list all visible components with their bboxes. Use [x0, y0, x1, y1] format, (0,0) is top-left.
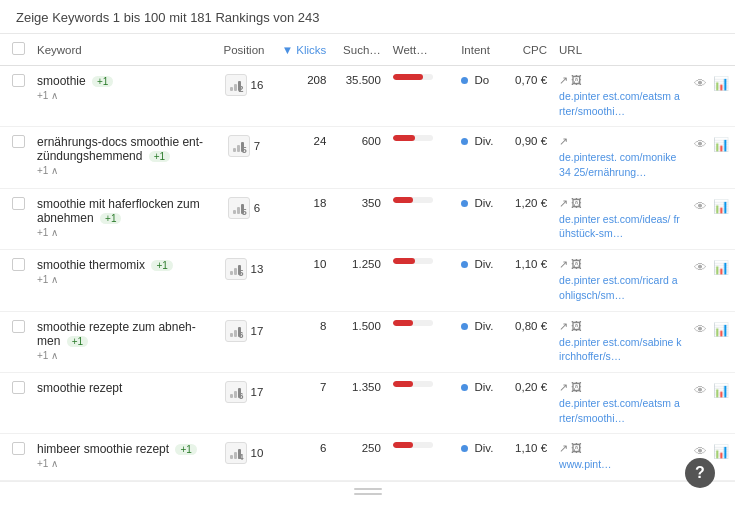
- url-icons-2: ↗🖼: [559, 197, 682, 210]
- cpc-value-6: 1,10 €: [515, 442, 547, 454]
- intent-cell-0: Do: [461, 74, 489, 86]
- action-icons-5: 👁 📊: [694, 381, 729, 398]
- chart-icon-2[interactable]: 📊: [713, 199, 729, 214]
- url-text-2[interactable]: de.pinter est.com/ideas/ frühstück-sm…: [559, 213, 680, 240]
- keyword-expand-1[interactable]: +1 ∧: [37, 165, 208, 176]
- footer-line: [354, 493, 382, 495]
- help-button[interactable]: ?: [685, 458, 715, 488]
- view-icon-2[interactable]: 👁: [694, 199, 707, 214]
- col-intent-header: Intent: [455, 34, 509, 66]
- row-checkbox-3[interactable]: [12, 258, 25, 271]
- intent-cell-5: Div.: [461, 381, 493, 393]
- such-value-2: 350: [362, 197, 381, 209]
- position-icon-0: 2: [225, 74, 247, 96]
- col-keyword-header: Keyword: [31, 34, 214, 66]
- action-icons-3: 👁 📊: [694, 258, 729, 275]
- chart-icon-0[interactable]: 📊: [713, 76, 729, 91]
- position-icon-3: 5: [225, 258, 247, 280]
- cpc-value-1: 0,90 €: [515, 135, 547, 147]
- chart-icon-1[interactable]: 📊: [713, 137, 729, 152]
- url-text-4[interactable]: de.pinter est.com/sabine kirchhoffer/s…: [559, 336, 682, 363]
- image-icon: 🖼: [571, 320, 582, 333]
- col-actions-header: [688, 34, 735, 66]
- position-value-5: 17: [251, 386, 264, 398]
- cpc-value-4: 0,80 €: [515, 320, 547, 332]
- table-row: himbeer smoothie rezept +1+1 ∧ 4 106250 …: [0, 434, 735, 481]
- keyword-expand-0[interactable]: +1 ∧: [37, 90, 208, 101]
- sort-arrow-icon: ▼: [282, 44, 293, 56]
- col-wett-header: Wett…: [387, 34, 455, 66]
- keyword-text-6: himbeer smoothie rezept +1: [37, 442, 208, 456]
- position-value-3: 13: [251, 263, 264, 275]
- link-icon: ↗: [559, 381, 568, 394]
- keyword-text-2: smoothie mit haferflocken zum abnehmen +…: [37, 197, 208, 225]
- keyword-expand-2[interactable]: +1 ∧: [37, 227, 208, 238]
- view-icon-3[interactable]: 👁: [694, 260, 707, 275]
- row-checkbox-1[interactable]: [12, 135, 25, 148]
- keyword-tag-2: +1: [100, 213, 121, 224]
- row-checkbox-2[interactable]: [12, 197, 25, 210]
- url-text-6[interactable]: www.pint…: [559, 458, 612, 470]
- view-icon-4[interactable]: 👁: [694, 322, 707, 337]
- cpc-value-5: 0,20 €: [515, 381, 547, 393]
- view-icon-0[interactable]: 👁: [694, 76, 707, 91]
- keyword-expand-4[interactable]: +1 ∧: [37, 350, 208, 361]
- view-icon-6[interactable]: 👁: [694, 444, 707, 459]
- position-icon-4: 6: [225, 320, 247, 342]
- intent-cell-3: Div.: [461, 258, 493, 270]
- keyword-text-3: smoothie thermomix +1: [37, 258, 208, 272]
- intent-dot-3: [461, 261, 468, 268]
- link-icon: ↗: [559, 258, 568, 271]
- chart-icon-4[interactable]: 📊: [713, 322, 729, 337]
- col-klicks-header[interactable]: ▼ Klicks: [274, 34, 333, 66]
- url-text-3[interactable]: de.pinter est.com/ricard aohligsch/sm…: [559, 274, 677, 301]
- expand-footer[interactable]: [354, 488, 382, 495]
- keyword-text-1: ernährungs-docs smoothie ent- zündungshe…: [37, 135, 208, 163]
- row-checkbox-6[interactable]: [12, 442, 25, 455]
- image-icon: 🖼: [571, 442, 582, 455]
- row-checkbox-5[interactable]: [12, 381, 25, 394]
- intent-dot-0: [461, 77, 468, 84]
- image-icon: 🖼: [571, 197, 582, 210]
- position-value-4: 17: [251, 325, 264, 337]
- table-row: ernährungs-docs smoothie ent- zündungshe…: [0, 127, 735, 188]
- col-check-header: [0, 34, 31, 66]
- intent-cell-6: Div.: [461, 442, 493, 454]
- keyword-tag-0: +1: [92, 76, 113, 87]
- view-icon-1[interactable]: 👁: [694, 137, 707, 152]
- action-icons-0: 👁 📊: [694, 74, 729, 91]
- intent-value-1: Div.: [474, 135, 493, 147]
- cpc-value-2: 1,20 €: [515, 197, 547, 209]
- url-icons-0: ↗🖼: [559, 74, 682, 87]
- cpc-value-3: 1,10 €: [515, 258, 547, 270]
- table-row: smoothie thermomix +1+1 ∧ 5 13101.250 Di…: [0, 250, 735, 311]
- url-text-5[interactable]: de.pinter est.com/eatsm arter/smoothi…: [559, 397, 680, 424]
- row-checkbox-4[interactable]: [12, 320, 25, 333]
- such-value-5: 1.350: [352, 381, 381, 393]
- keyword-tag-3: +1: [151, 260, 172, 271]
- chart-icon-6[interactable]: 📊: [713, 444, 729, 459]
- url-text-0[interactable]: de.pinter est.com/eatsm arter/smoothi…: [559, 90, 680, 117]
- chart-icon-5[interactable]: 📊: [713, 383, 729, 398]
- select-all-checkbox[interactable]: [12, 42, 25, 55]
- link-icon: ↗: [559, 74, 568, 87]
- url-icons-1: ↗: [559, 135, 682, 148]
- action-icons-6: 👁 📊: [694, 442, 729, 459]
- keyword-tag-4: +1: [67, 336, 88, 347]
- link-icon: ↗: [559, 442, 568, 455]
- position-icon-6: 4: [225, 442, 247, 464]
- keyword-expand-3[interactable]: +1 ∧: [37, 274, 208, 285]
- intent-value-3: Div.: [474, 258, 493, 270]
- position-value-1: 7: [254, 140, 260, 152]
- klicks-value-3: 10: [314, 258, 327, 270]
- row-checkbox-0[interactable]: [12, 74, 25, 87]
- chart-icon-3[interactable]: 📊: [713, 260, 729, 275]
- competition-bar-5: [393, 381, 449, 387]
- keyword-expand-6[interactable]: +1 ∧: [37, 458, 208, 469]
- keyword-text-5: smoothie rezept: [37, 381, 208, 395]
- intent-cell-2: Div.: [461, 197, 493, 209]
- url-text-1[interactable]: de.pinterest. com/monike34 25/ernährung…: [559, 151, 676, 178]
- action-icons-4: 👁 📊: [694, 320, 729, 337]
- image-icon: 🖼: [571, 258, 582, 271]
- view-icon-5[interactable]: 👁: [694, 383, 707, 398]
